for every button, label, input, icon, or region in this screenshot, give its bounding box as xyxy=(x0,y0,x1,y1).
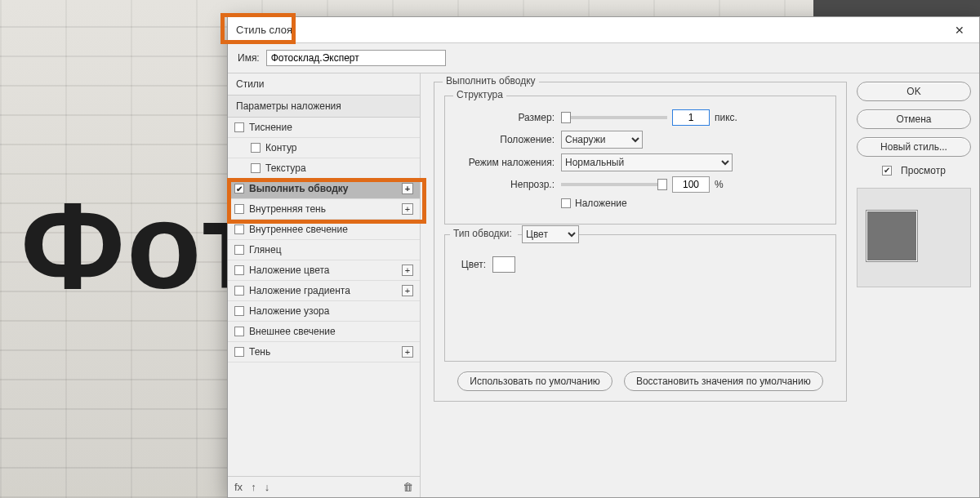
stroke-panel: Выполнить обводку Структура Размер: 1 пи… xyxy=(434,82,847,402)
overprint-label: Наложение xyxy=(575,198,627,209)
style-item-inner-shadow[interactable]: Внутренняя тень+ xyxy=(228,199,420,220)
layer-style-dialog: Стиль слоя ✕ Имя: Стили Параметры наложе… xyxy=(227,16,980,498)
styles-header[interactable]: Стили xyxy=(228,73,420,96)
style-label-emboss: Тиснение xyxy=(249,122,292,133)
filltype-select[interactable]: Цвет xyxy=(522,225,579,243)
style-item-stroke[interactable]: Выполнить обводку+ xyxy=(228,179,420,199)
blend-options-header[interactable]: Параметры наложения xyxy=(228,96,420,118)
opacity-input[interactable]: 100 xyxy=(672,176,710,193)
new-style-button[interactable]: Новый стиль... xyxy=(857,137,971,157)
size-input[interactable]: 1 xyxy=(672,109,710,126)
ok-button[interactable]: OK xyxy=(857,82,971,101)
name-input[interactable] xyxy=(266,50,446,66)
dialog-titlebar: Стиль слоя ✕ xyxy=(228,17,979,43)
add-effect-color-overlay[interactable]: + xyxy=(402,265,413,276)
position-label: Положение: xyxy=(455,134,561,145)
blend-mode-label: Режим наложения: xyxy=(455,157,561,168)
move-up-icon[interactable]: ↑ xyxy=(251,481,256,493)
style-checkbox-color-overlay[interactable] xyxy=(234,265,244,275)
stroke-color-swatch[interactable] xyxy=(492,256,515,273)
dialog-right-column: OK Отмена Новый стиль... Просмотр xyxy=(857,82,971,489)
filltype-label: Тип обводки: xyxy=(450,228,518,239)
name-label: Имя: xyxy=(238,52,260,64)
add-effect-gradient-overlay[interactable]: + xyxy=(402,285,413,296)
style-checkbox-satin[interactable] xyxy=(234,245,244,255)
style-label-inner-glow: Внутреннее свечение xyxy=(249,224,348,235)
style-item-gradient-overlay[interactable]: Наложение градиента+ xyxy=(228,281,420,301)
cancel-button[interactable]: Отмена xyxy=(857,109,971,129)
add-effect-drop-shadow[interactable]: + xyxy=(402,346,413,358)
style-checkbox-drop-shadow[interactable] xyxy=(234,347,244,357)
style-item-inner-glow[interactable]: Внутреннее свечение xyxy=(228,220,420,240)
style-item-drop-shadow[interactable]: Тень+ xyxy=(228,342,420,362)
stroke-panel-title: Выполнить обводку xyxy=(443,75,539,87)
opacity-label: Непрозр.: xyxy=(455,179,561,190)
style-checkbox-outer-glow[interactable] xyxy=(234,327,244,336)
style-label-satin: Глянец xyxy=(249,244,282,256)
close-icon[interactable]: ✕ xyxy=(948,24,971,37)
style-checkbox-texture[interactable] xyxy=(251,163,261,173)
style-item-texture[interactable]: Текстура xyxy=(228,158,420,179)
opacity-slider[interactable] xyxy=(561,183,667,186)
reset-default-button[interactable]: Восстановить значения по умолчанию xyxy=(624,371,823,391)
style-checkbox-contour[interactable] xyxy=(251,143,261,153)
dialog-title: Стиль слоя xyxy=(236,24,292,36)
fx-icon[interactable]: fx xyxy=(234,481,243,493)
style-item-outer-glow[interactable]: Внешнее свечение xyxy=(228,322,420,342)
style-item-color-overlay[interactable]: Наложение цвета+ xyxy=(228,260,420,281)
style-item-emboss[interactable]: Тиснение xyxy=(228,118,420,138)
preview-checkbox[interactable] xyxy=(882,166,892,176)
style-item-contour[interactable]: Контур xyxy=(228,138,420,158)
style-label-drop-shadow: Тень xyxy=(249,346,270,358)
style-label-texture: Текстура xyxy=(265,162,306,174)
app-panel-strip xyxy=(813,0,980,16)
style-checkbox-inner-glow[interactable] xyxy=(234,225,244,234)
style-label-color-overlay: Наложение цвета xyxy=(249,265,329,276)
opacity-unit: % xyxy=(715,179,724,190)
style-checkbox-stroke[interactable] xyxy=(234,184,244,193)
preview-area xyxy=(857,188,971,287)
move-down-icon[interactable]: ↓ xyxy=(265,481,270,493)
styles-footer: fx ↑ ↓ 🗑 xyxy=(228,476,420,497)
style-checkbox-inner-shadow[interactable] xyxy=(234,204,244,214)
make-default-button[interactable]: Использовать по умолчанию xyxy=(457,371,612,391)
style-checkbox-pattern-overlay[interactable] xyxy=(234,306,244,316)
preview-label: Просмотр xyxy=(901,165,946,176)
style-label-inner-shadow: Внутренняя тень xyxy=(249,203,326,215)
add-effect-stroke[interactable]: + xyxy=(402,183,413,194)
trash-icon[interactable]: 🗑 xyxy=(403,481,413,493)
style-checkbox-gradient-overlay[interactable] xyxy=(234,286,244,296)
name-row: Имя: xyxy=(228,43,979,73)
size-label: Размер: xyxy=(455,112,561,123)
style-label-contour: Контур xyxy=(265,142,296,153)
color-label: Цвет: xyxy=(455,259,492,270)
overprint-checkbox[interactable] xyxy=(561,198,571,208)
blend-mode-select[interactable]: Нормальный xyxy=(561,153,733,171)
style-item-pattern-overlay[interactable]: Наложение узора xyxy=(228,301,420,322)
style-label-pattern-overlay: Наложение узора xyxy=(249,305,329,317)
style-label-gradient-overlay: Наложение градиента xyxy=(249,285,350,296)
size-slider[interactable] xyxy=(561,116,667,119)
styles-column: Стили Параметры наложения ТиснениеКонтур… xyxy=(228,73,421,497)
style-label-stroke: Выполнить обводку xyxy=(249,183,348,194)
style-item-satin[interactable]: Глянец xyxy=(228,240,420,260)
position-select[interactable]: Снаружи xyxy=(561,131,643,149)
preview-swatch xyxy=(866,210,918,262)
style-checkbox-emboss[interactable] xyxy=(234,122,244,132)
size-unit: пикс. xyxy=(715,112,737,123)
style-label-outer-glow: Внешнее свечение xyxy=(249,326,336,337)
add-effect-inner-shadow[interactable]: + xyxy=(402,203,413,215)
structure-legend: Структура xyxy=(453,89,506,100)
